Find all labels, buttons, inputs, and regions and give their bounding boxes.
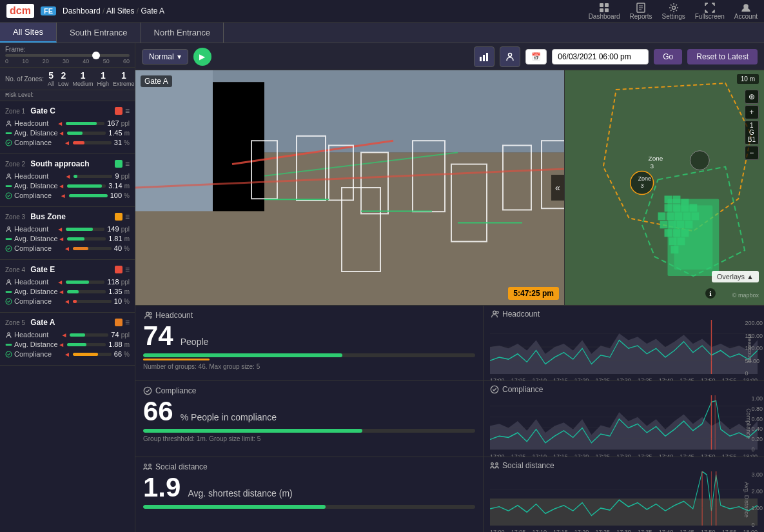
svg-rect-80 [671,246,678,253]
headcount-chart-icon [490,310,499,319]
frame-label: Frame: [5,46,130,53]
zone-compliance-label-3: Compliance [5,244,64,252]
video-map-row: Gate A [135,70,764,306]
mapbox-watermark: © mapbox [732,292,759,299]
fullscreen-nav-label: Fullscreen [695,13,725,20]
slider-thumb[interactable] [92,52,100,59]
fullscreen-nav[interactable]: Fullscreen [695,3,725,20]
breadcrumb-gate-a[interactable]: Gate A [141,6,164,15]
breadcrumb-all-sites[interactable]: All Sites [106,6,134,15]
map-info-button[interactable]: ℹ [705,288,716,299]
svg-rect-68 [674,212,682,220]
overlays-button[interactable]: Overlays ▲ [712,271,759,282]
slider-track[interactable] [5,54,130,57]
zone-compliance-arrow-1: ◄ [64,139,70,146]
zone-num-4: Zone 4 [5,266,25,273]
tab-north-entrance[interactable]: North Entrance [141,23,224,43]
compliance-check-icon [5,351,12,358]
svg-point-13 [8,173,10,175]
zone-headcount-val-2: 9 ppl [115,172,130,180]
zoom-in-btn[interactable]: + [745,105,759,119]
svg-rect-11 [6,132,12,134]
zone-headcount-label-4: Headcount [5,278,57,286]
zone-compliance-arrow-2: ◄ [60,192,66,199]
zone-headcount-bar-1 [66,122,104,125]
svg-rect-74 [685,221,692,228]
dashboard-nav[interactable]: Dashboard [589,3,620,20]
zone-distance-bar-4 [67,290,106,293]
map-controls: ⊕ + 1GB1 − [745,90,759,160]
settings-nav[interactable]: Settings [662,3,685,20]
zone-risk-indicator-1 [115,107,122,115]
compliance-check-icon [5,139,12,146]
person-icon-btn[interactable] [500,46,520,67]
svg-point-22 [8,332,10,334]
zone-risk-indicator-4 [115,266,122,273]
headcount-chart-svg [490,320,758,374]
breadcrumb: Dashboard / All Sites / Gate A [63,6,164,15]
zone-distance-label-4: Avg. Distance [5,288,58,295]
left-panel: Frame: 0102030405060 No. of Zones: 5 All… [0,43,135,532]
zone-compliance-bar-2 [69,194,108,197]
zone-num-1: Zone 1 [5,108,25,115]
svg-rect-3 [605,8,609,12]
zone-compliance-row-3: Compliance ◄ 40 % [5,244,130,252]
social-distance-bar [143,505,326,509]
zone-name-2: South approach [30,159,89,168]
social-distance-value: 1.9 [143,474,181,501]
compliance-chart-panel: Compliance [484,381,764,457]
location-btn[interactable]: ⊕ [745,90,759,104]
zone-headcount-bar-3 [66,228,104,231]
zone-card-1: Zone 1 Gate C ≡ Headcount ◄ 167 ppl Avg.… [0,101,135,154]
zone-compliance-bar-1 [73,141,112,144]
social-distance-label: Social distance [155,462,208,471]
svg-rect-0 [600,3,603,7]
zone-risk-indicator-5 [115,319,122,326]
zone-name-3: Bus Zone [30,212,66,221]
headcount-sub: Number of groups: 46. Max group size: 5 [143,363,475,370]
zoom-out-btn[interactable]: − [745,146,759,160]
zone-menu-2[interactable]: ≡ [125,159,130,168]
reports-nav[interactable]: Reports [630,3,652,20]
stats-left: Headcount 74 People Number of groups: 46… [135,306,484,532]
chart-icon-btn[interactable] [474,46,495,67]
zone-compliance-label-1: Compliance [5,139,64,146]
svg-rect-67 [666,212,674,220]
mode-dropdown[interactable]: Normal ▾ [142,49,188,64]
breadcrumb-dashboard[interactable]: Dashboard [63,6,101,15]
svg-point-86 [146,312,149,315]
zone-distance-bar-2 [67,184,106,188]
zone-distance-val-2: 3.14 m [108,182,130,190]
collapse-panel-button[interactable]: « [551,175,564,201]
tab-south-entrance[interactable]: South Entrance [57,23,141,43]
reset-to-latest-button[interactable]: Reset to Latest [687,49,758,64]
zone-headcount-bar-5 [70,333,108,337]
datetime-input[interactable] [552,49,649,64]
zone-distance-row-5: Avg. Distance ◄ 1.88 m [5,340,130,348]
zone-menu-3[interactable]: ≡ [125,212,130,221]
zone-extreme-val: 1 [113,70,135,81]
svg-point-9 [744,5,748,8]
zone-compliance-row-4: Compliance ◄ 10 % [5,297,130,305]
zone-distance-row-1: Avg. Distance ◄ 1.45 m [5,129,130,137]
compliance-chart-svg [490,395,758,449]
account-nav[interactable]: Account [734,3,758,20]
zone-menu-4[interactable]: ≡ [125,265,130,274]
zone-headcount-arrow-4: ◄ [57,279,63,286]
social-distance-chart-area: 3.002.001.000 Avg. Distance 17:0017:0517… [484,471,764,528]
svg-marker-99 [490,413,758,450]
tab-all-sites[interactable]: All Sites [0,23,57,43]
play-button[interactable]: ▶ [193,48,211,66]
account-nav-label: Account [734,13,758,20]
stats-row: Headcount 74 People Number of groups: 46… [135,306,764,532]
main-layout: Frame: 0102030405060 No. of Zones: 5 All… [0,43,764,532]
fe-badge[interactable]: FE [41,6,56,15]
zone-menu-1[interactable]: ≡ [125,106,130,115]
headcount-bar-wrap [143,353,475,357]
zone-menu-5[interactable]: ≡ [125,318,130,327]
go-button[interactable]: Go [654,49,682,64]
stats-right: Headcount [484,306,764,532]
zone-risk-indicator-2 [115,160,122,168]
zone-compliance-val-1: 31 % [114,139,130,146]
svg-text:Zone: Zone [638,175,651,182]
